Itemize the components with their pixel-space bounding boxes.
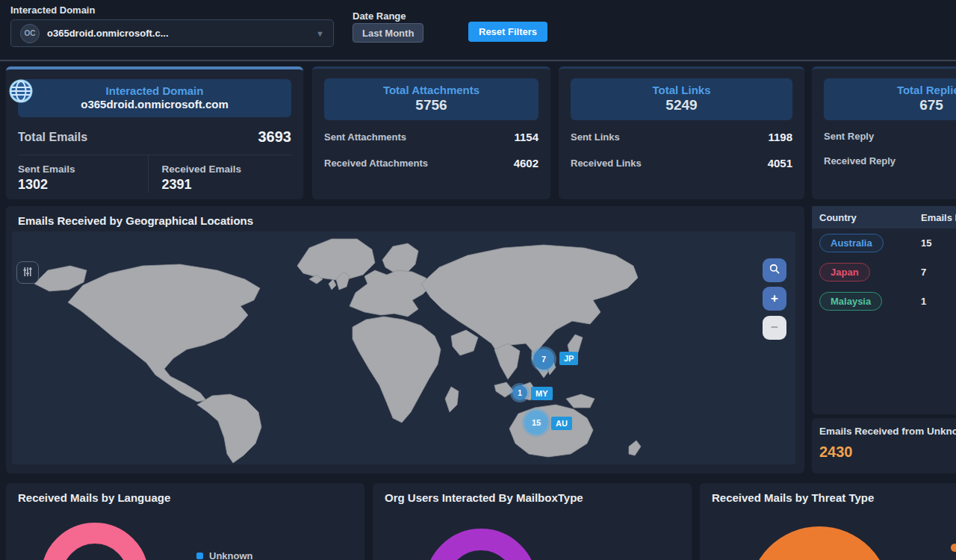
received-attachments-label: Received Attachments (324, 158, 428, 169)
sent-emails-metric: Sent Emails 1302 (18, 155, 148, 193)
geo-map-panel: Emails Received by Geographical Location… (6, 206, 804, 473)
legend-bullet-icon (196, 553, 203, 559)
threattype-chart-card: Received Mails by Threat Type (700, 483, 956, 560)
language-chart-title: Received Mails by Language (6, 483, 364, 504)
interacted-domain-select[interactable]: OC o365droid.onmicrosoft.c... ▼ (10, 19, 334, 47)
links-total-value: 5249 (575, 97, 788, 113)
sliders-icon (21, 265, 34, 281)
sent-links-label: Sent Links (571, 131, 620, 143)
country-value-malaysia: 1 (921, 296, 926, 307)
domain-avatar: OC (20, 24, 40, 43)
country-pill-japan[interactable]: Japan (819, 263, 870, 281)
table-row: Australia 15 (812, 228, 956, 258)
mailboxtype-chart-title: Org Users Interacted By MailboxType (373, 483, 692, 504)
total-emails-label: Total Emails (18, 131, 87, 144)
replies-card-title: Total Replies (828, 84, 956, 96)
interacted-domain-label: Interacted Domain (10, 4, 95, 16)
received-emails-label: Received Emails (162, 164, 292, 175)
mailboxtype-donut-chart[interactable] (425, 529, 537, 560)
map-marker-label-malaysia[interactable]: MY (531, 387, 553, 400)
reset-filters-button[interactable]: Reset Filters (468, 22, 547, 42)
date-range-label: Date Range (353, 10, 406, 22)
zoom-in-button[interactable]: + (763, 287, 786, 311)
replies-card-header: Total Replies 675 (824, 78, 956, 120)
date-range-button[interactable]: Last Month (353, 23, 423, 43)
replies-total-value: 675 (828, 97, 956, 113)
country-value-australia: 15 (921, 237, 931, 249)
globe-icon (7, 78, 34, 105)
total-emails-value: 3693 (258, 128, 292, 146)
received-links-value: 4051 (768, 157, 792, 169)
unknown-emails-panel: Emails Received from Unknown 2430 (812, 418, 956, 473)
replies-summary-card: Total Replies 675 Sent Reply Received Re… (812, 66, 956, 199)
received-reply-row: Received Reply (824, 145, 956, 169)
language-legend-item[interactable]: Unknown (196, 550, 253, 560)
received-attachments-row: Received Attachments 4602 (324, 146, 538, 172)
legend-bullet-icon (951, 544, 956, 552)
links-card-header: Total Links 5249 (571, 78, 792, 120)
domain-card-title: Interacted Domain (22, 84, 287, 97)
sent-attachments-value: 1154 (514, 131, 538, 143)
map-marker-malaysia[interactable]: 1 (512, 385, 527, 400)
attachments-card-title: Total Attachments (329, 84, 534, 96)
world-map[interactable]: 7 JP 1 MY 15 AU + − (12, 231, 795, 464)
mailboxtype-chart-card: Org Users Interacted By MailboxType (373, 483, 692, 560)
topbar-divider (0, 60, 956, 61)
links-summary-card: Total Links 5249 Sent Links 1198 Receive… (559, 66, 804, 199)
domain-card-subtitle: o365droid.onmicrosoft.com (22, 98, 287, 111)
map-marker-label-japan[interactable]: JP (559, 352, 578, 365)
received-emails-metric: Received Emails 2391 (148, 155, 292, 193)
attachments-total-value: 5756 (329, 97, 534, 113)
country-pill-australia[interactable]: Australia (819, 234, 884, 252)
country-table-header: Country Emails Received (812, 206, 956, 228)
zoom-reset-button[interactable] (763, 258, 786, 282)
domain-card-header: Interacted Domain o365droid.onmicrosoft.… (18, 79, 291, 117)
received-links-label: Received Links (571, 158, 642, 169)
attachments-summary-card: Total Attachments 5756 Sent Attachments … (312, 66, 550, 199)
country-value-japan: 7 (921, 267, 926, 278)
threattype-chart-title: Received Mails by Threat Type (700, 483, 956, 504)
filter-bar: Interacted Domain OC o365droid.onmicroso… (0, 0, 956, 60)
search-refresh-icon (768, 262, 781, 279)
attachments-card-header: Total Attachments 5756 (324, 78, 538, 120)
chevron-down-icon: ▼ (316, 29, 324, 38)
country-table-panel: Country Emails Received Australia 15 Jap… (812, 206, 956, 414)
threattype-pie-chart[interactable] (748, 526, 890, 560)
sent-reply-row: Sent Reply (824, 120, 956, 145)
sent-links-value: 1198 (768, 131, 792, 143)
sent-emails-value: 1302 (18, 177, 148, 193)
table-row: Malaysia 1 (812, 287, 956, 316)
sent-attachments-label: Sent Attachments (324, 131, 406, 143)
domain-summary-card: Interacted Domain o365droid.onmicrosoft.… (6, 66, 303, 199)
emails-received-column-header: Emails Received (921, 212, 956, 223)
map-marker-japan[interactable]: 7 (533, 349, 554, 370)
sent-links-row: Sent Links 1198 (571, 120, 792, 146)
language-donut-chart[interactable] (41, 523, 149, 560)
sent-reply-label: Sent Reply (824, 131, 874, 142)
received-links-row: Received Links 4051 (571, 146, 792, 172)
table-row: Japan 7 (812, 258, 956, 287)
links-card-title: Total Links (575, 84, 788, 96)
map-marker-label-australia[interactable]: AU (551, 417, 572, 430)
language-chart-card: Received Mails by Language Unknown (6, 483, 364, 560)
unknown-emails-label: Emails Received from Unknown (819, 426, 956, 437)
unknown-emails-value: 2430 (819, 444, 956, 461)
map-filter-button[interactable] (16, 261, 39, 284)
sent-attachments-row: Sent Attachments 1154 (324, 120, 538, 146)
threattype-legend-item[interactable] (951, 544, 956, 552)
legend-label: Unknown (209, 550, 253, 560)
zoom-out-button[interactable]: − (763, 316, 786, 340)
total-emails-row: Total Emails 3693 (18, 117, 291, 155)
received-reply-label: Received Reply (824, 155, 896, 167)
geo-map-title: Emails Received by Geographical Location… (6, 206, 804, 227)
country-pill-malaysia[interactable]: Malaysia (819, 292, 882, 311)
sent-emails-label: Sent Emails (18, 164, 148, 175)
country-column-header: Country (819, 212, 921, 223)
received-attachments-value: 4602 (514, 157, 538, 169)
domain-selected-value: o365droid.onmicrosoft.c... (47, 28, 169, 39)
received-emails-value: 2391 (162, 177, 292, 193)
world-map-svg (12, 231, 795, 464)
map-marker-australia[interactable]: 15 (524, 411, 548, 435)
